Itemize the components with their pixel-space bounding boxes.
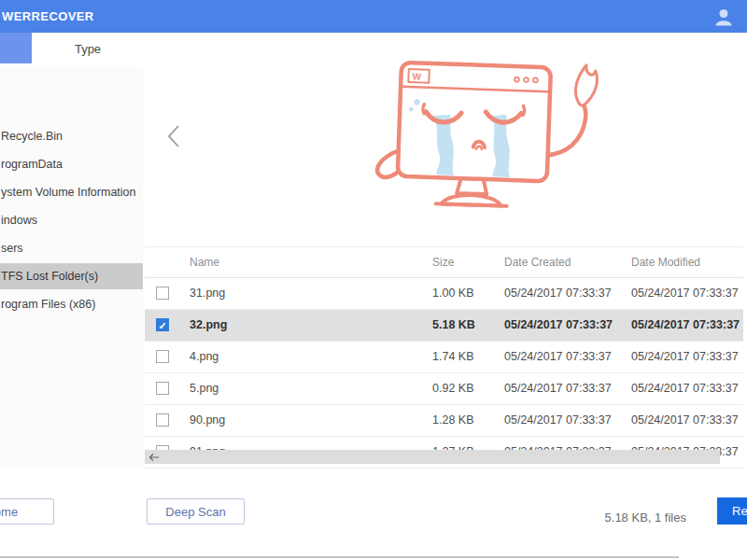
sidebar-item-recycle-bin[interactable]: Recycle.Bin: [0, 123, 143, 149]
row-checkbox[interactable]: [156, 382, 169, 395]
sidebar-item-windows[interactable]: indows: [0, 207, 143, 233]
file-size: 1.00 KB: [432, 278, 473, 309]
row-checkbox-checked[interactable]: ✓: [156, 318, 169, 331]
file-date-created: 05/24/2017 07:33:37: [504, 342, 612, 372]
file-date-created: 05/24/2017 07:33:37: [504, 405, 612, 436]
file-name: 5.png: [190, 373, 218, 404]
table-row[interactable]: 4.png 1.74 KB 05/24/2017 07:33:37 05/24/…: [145, 342, 743, 373]
file-name: 90.png: [190, 405, 225, 436]
col-header-created[interactable]: Date Created: [504, 247, 571, 277]
sidebar-item-ntfs-lost-folders[interactable]: TFS Lost Folder(s): [0, 263, 143, 289]
selection-summary: 5.18 KB, 1 files: [560, 505, 686, 531]
file-name: 32.png: [190, 310, 227, 341]
file-date-modified: 05/24/2017 07:33:37: [631, 310, 740, 341]
back-chevron-icon[interactable]: [164, 121, 183, 151]
tab-type[interactable]: Type: [34, 33, 142, 66]
row-checkbox[interactable]: [156, 350, 169, 363]
file-size: 1.74 KB: [432, 342, 473, 372]
file-date-modified: 05/24/2017 07:33:37: [631, 405, 739, 436]
sidebar-item-programdata[interactable]: rogramData: [0, 151, 143, 177]
file-date-created: 05/24/2017 07:33:37: [504, 310, 613, 341]
app-title: WERRECOVER: [2, 0, 94, 33]
recover-button[interactable]: Re: [717, 497, 747, 525]
illustration-logo-text: W: [412, 71, 421, 81]
right-arm: [546, 100, 586, 156]
file-date-modified: 05/24/2017 07:33:37: [631, 373, 739, 404]
file-date-modified: 05/24/2017 07:33:37: [631, 342, 739, 372]
user-icon[interactable]: [713, 7, 734, 27]
sidebar-tree: Recycle.Bin rogramData ystem Volume Info…: [0, 66, 143, 468]
col-header-modified[interactable]: Date Modified: [631, 247, 700, 277]
table-row[interactable]: 5.png 0.92 KB 05/24/2017 07:33:37 05/24/…: [145, 373, 743, 405]
file-date-created: 05/24/2017 07:33:37: [504, 278, 612, 309]
window-bottom-edge: [0, 556, 679, 558]
file-size: 5.18 KB: [432, 310, 475, 341]
file-date-modified: 05/24/2017 07:33:37: [631, 278, 739, 309]
file-name: 31.png: [190, 278, 225, 309]
sidebar-item-users[interactable]: sers: [0, 235, 143, 261]
row-checkbox[interactable]: [156, 413, 169, 427]
file-date-created: 05/24/2017 07:33:37: [504, 373, 612, 404]
crying-computer-illustration: W: [369, 56, 602, 224]
col-header-name[interactable]: Name: [190, 247, 219, 277]
row-checkbox[interactable]: [156, 287, 169, 300]
table-header: Name Size Date Created Date Modified: [145, 246, 743, 278]
table-row[interactable]: 31.png 1.00 KB 05/24/2017 07:33:37 05/24…: [145, 278, 743, 310]
tissue-flame: [575, 64, 598, 105]
file-table: Name Size Date Created Date Modified 31.…: [145, 246, 743, 469]
table-row[interactable]: 90.png 1.28 KB 05/24/2017 07:33:37 05/24…: [145, 405, 743, 437]
deep-scan-button[interactable]: Deep Scan: [147, 498, 245, 525]
col-header-size[interactable]: Size: [432, 247, 454, 277]
file-size: 1.28 KB: [432, 405, 473, 436]
sidebar-item-program-files-x86[interactable]: rogram Files (x86): [0, 291, 143, 317]
tab-partial-selected[interactable]: [0, 33, 32, 63]
table-row-selected[interactable]: ✓ 32.png 5.18 KB 05/24/2017 07:33:37 05/…: [145, 310, 743, 342]
app-window: WERRECOVER Type Recycle.Bin rogramData y…: [0, 0, 747, 560]
left-arrow-icon[interactable]: [148, 453, 160, 462]
titlebar: WERRECOVER: [0, 0, 747, 33]
home-button[interactable]: ome: [0, 498, 54, 525]
file-size: 0.92 KB: [432, 373, 473, 404]
horizontal-scrollbar[interactable]: [145, 450, 720, 464]
file-name: 4.png: [190, 342, 218, 372]
sidebar-item-system-volume[interactable]: ystem Volume Information: [0, 179, 143, 205]
